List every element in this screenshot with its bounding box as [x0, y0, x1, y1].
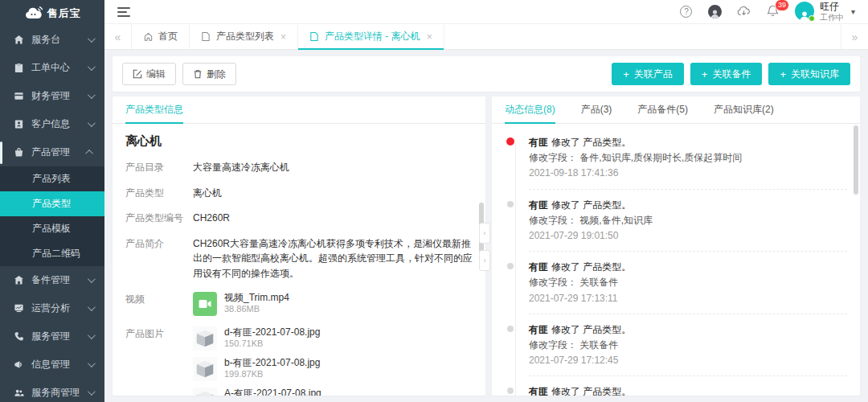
sidebar-item-spare-parts[interactable]: 备件管理 — [0, 266, 104, 294]
sidebar-item-message-mgmt[interactable]: 信息管理 — [0, 351, 104, 379]
users-icon — [13, 388, 24, 399]
trash-icon — [193, 69, 203, 79]
feed-fields: 修改字段： 视频,备件,知识库 — [529, 213, 847, 228]
sidebar-item-service-desk[interactable]: 服务台 — [0, 26, 104, 54]
sidebar-collapse-icon[interactable] — [117, 7, 130, 17]
brand-name: 售后宝 — [47, 6, 81, 21]
help-icon[interactable]: ? — [679, 4, 694, 18]
sidebar-item-product-mgmt[interactable]: 产品管理 — [0, 138, 104, 166]
image-file-item[interactable]: A-有匪-2021-07-08.jpg153.42KB — [193, 388, 473, 396]
tab-home[interactable]: 首页 — [132, 24, 190, 49]
tabs-scroll-left-icon[interactable]: « — [104, 24, 132, 49]
user-name: 旺仔 — [820, 2, 844, 13]
field-video: 视频 视频_Trim.mp4 38.86MB — [125, 292, 473, 316]
work-order-icon — [13, 63, 24, 74]
field-product-type-code: 产品类型编号 CH260R — [125, 211, 473, 226]
link-product-button[interactable]: + 关联产品 — [612, 63, 684, 85]
close-tab-icon[interactable]: × — [280, 31, 286, 43]
user-menu[interactable]: 旺仔 工作中 ▾ — [795, 2, 855, 22]
action-toolbar: 编辑 删除 + 关联产品 + 关联备件 + 关联知识库 — [113, 56, 860, 92]
sidebar-item-analytics[interactable]: 运营分析 — [0, 294, 104, 322]
feed-action: 修改了 产品类型。 — [551, 324, 631, 335]
sidebar-item-finance[interactable]: 财务管理 — [0, 82, 104, 110]
active-section-indicator — [0, 142, 2, 164]
collapse-left-icon[interactable]: ‹ — [479, 223, 490, 244]
sidebar-item-product-template[interactable]: 产品模板 — [0, 216, 104, 241]
sidebar-item-work-order[interactable]: 工单中心 — [0, 54, 104, 82]
customer-card-icon — [13, 119, 24, 130]
feed-time: 2021-07-29 17:13:11 — [529, 291, 847, 306]
chevron-down-icon: ▾ — [851, 7, 855, 16]
video-icon — [193, 292, 217, 316]
timeline-dot — [507, 326, 514, 332]
product-bag-icon — [13, 147, 24, 158]
image-file-item[interactable]: b-有匪-2021-07-08.jpg199.87KB — [193, 357, 473, 381]
tab-activity-feed[interactable]: 动态信息(8) — [505, 96, 555, 123]
feed-action: 修改了 产品类型。 — [551, 261, 631, 273]
topbar: ? 39 旺仔 工作中 ▾ — [104, 0, 868, 24]
tab-product-type-list[interactable]: 产品类型列表 × — [190, 24, 298, 49]
customer-service-icon[interactable] — [708, 4, 723, 18]
tab-products[interactable]: 产品(3) — [581, 96, 612, 123]
feed-fields: 修改字段： 关联备件 — [529, 338, 847, 353]
brand-logo[interactable]: 售后宝 — [0, 0, 104, 24]
right-panel-scrollbar[interactable] — [854, 125, 858, 195]
feed-fields: 修改字段： 关联备件 — [529, 275, 847, 290]
image-thumbnail — [193, 388, 217, 396]
tab-spare-parts[interactable]: 产品备件(5) — [637, 96, 688, 123]
home-icon — [13, 35, 24, 46]
image-thumbnail — [193, 326, 217, 351]
feed-user: 有匪 — [529, 261, 548, 273]
sidebar-item-product-list[interactable]: 产品列表 — [0, 166, 104, 191]
image-thumbnail — [193, 357, 217, 381]
feed-user: 有匪 — [529, 324, 548, 335]
megaphone-icon — [13, 359, 24, 371]
close-tab-icon[interactable]: × — [427, 31, 432, 43]
tab-product-type-detail[interactable]: 产品类型详情 - 离心机 × — [298, 24, 444, 49]
notification-bell-icon[interactable]: 39 — [766, 4, 780, 18]
chevron-down-icon — [88, 388, 96, 396]
edit-button[interactable]: 编辑 — [122, 63, 176, 85]
tab-knowledge-base[interactable]: 产品知识库(2) — [714, 96, 774, 123]
product-submenu: 产品列表 产品类型 产品模板 产品二维码 — [0, 166, 104, 266]
plus-icon: + — [780, 69, 786, 80]
chevron-down-icon — [88, 331, 96, 339]
document-icon — [201, 31, 211, 42]
timeline-dot — [507, 201, 514, 207]
chevron-down-icon — [88, 35, 96, 43]
feed-item: 有匪修改了 产品类型。 修改字段： 视频,备件,知识库 2021-07-29 1… — [492, 190, 847, 252]
field-product-intro: 产品简介 CH260R大容量高速冷冻离心机获得多项专利技术，是湘仪最新推出的一款… — [125, 236, 473, 281]
cloud-download-icon[interactable] — [737, 4, 751, 18]
feed-action: 修改了 产品类型。 — [551, 386, 631, 396]
cloud-logo-icon — [24, 6, 43, 22]
analytics-icon — [13, 303, 24, 314]
video-file-item[interactable]: 视频_Trim.mp4 38.86MB — [193, 292, 473, 316]
main-content: 编辑 删除 + 关联产品 + 关联备件 + 关联知识库 产品类型信息 — [104, 50, 868, 402]
feed-user: 有匪 — [529, 199, 548, 211]
feed-item: 有匪修改了 产品类型。 修改字段： 关联备件 2021-07-29 17:12:… — [492, 314, 847, 377]
link-spare-parts-button[interactable]: + 关联备件 — [690, 63, 763, 85]
sidebar-item-product-qrcode[interactable]: 产品二维码 — [0, 241, 104, 266]
panel-collapse-controls: ‹ › — [479, 223, 490, 271]
sidebar-item-product-type[interactable]: 产品类型 — [0, 191, 104, 216]
timeline-dot-red — [506, 137, 514, 146]
feed-item: 有匪修改了 产品类型。 修改字段： 备件,知识库,质保期时长,质保起算时间 20… — [492, 127, 847, 190]
feed-fields: 修改字段： 备件,知识库,质保期时长,质保起算时间 — [529, 150, 847, 166]
link-knowledge-base-button[interactable]: + 关联知识库 — [768, 63, 850, 85]
feed-action: 修改了 产品类型。 — [551, 137, 631, 148]
sidebar-item-service-mgmt[interactable]: 服务管理 — [0, 322, 104, 351]
chevron-down-icon — [88, 119, 96, 127]
delete-button[interactable]: 删除 — [182, 63, 236, 85]
collapse-right-icon[interactable]: › — [479, 250, 490, 271]
chevron-down-icon — [88, 303, 96, 311]
feed-user: 有匪 — [529, 137, 548, 148]
tab-product-type-info[interactable]: 产品类型信息 — [125, 96, 183, 123]
tabs-scroll-right-icon[interactable]: » — [841, 24, 868, 49]
sidebar-item-provider-mgmt[interactable]: 服务商管理 — [0, 379, 104, 402]
app-window: 售后宝 服务台 工单中心 财务管理 客户信息 — [0, 0, 868, 402]
spare-parts-icon — [13, 275, 24, 286]
chevron-down-icon — [88, 359, 96, 367]
image-file-item[interactable]: d-有匪-2021-07-08.jpg150.71KB — [193, 326, 473, 351]
sidebar-item-customer-info[interactable]: 客户信息 — [0, 110, 104, 138]
field-product-type: 产品类型 离心机 — [125, 186, 473, 201]
